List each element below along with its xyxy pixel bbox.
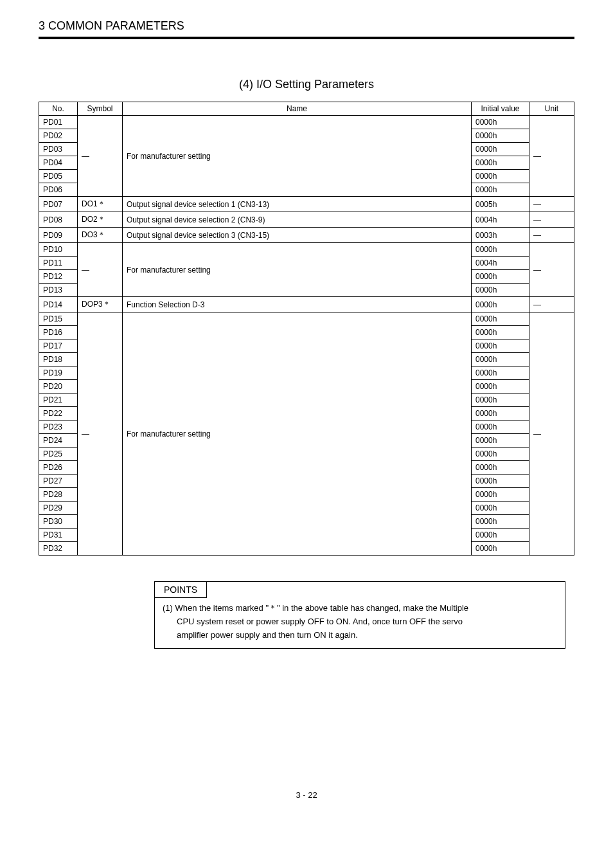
cell-init: 0000h [472, 339, 529, 353]
table-row: PD10—For manufacturer setting0000h— [39, 243, 574, 257]
cell-no: PD32 [39, 542, 78, 556]
cell-init: 0000h [472, 407, 529, 420]
cell-symbol: DO1＊ [78, 197, 123, 212]
cell-init: 0000h [472, 515, 529, 529]
cell-init: 0000h [472, 284, 529, 297]
table-row: PD09DO3＊Output signal device selection 3… [39, 228, 574, 243]
cell-init: 0000h [472, 448, 529, 461]
cell-init: 0000h [472, 542, 529, 556]
th-symbol: Symbol [78, 102, 123, 116]
th-init: Initial value [472, 102, 529, 116]
cell-unit: — [529, 312, 574, 556]
cell-init: 0000h [472, 393, 529, 407]
cell-no: PD02 [39, 129, 78, 143]
cell-init: 0000h [472, 297, 529, 312]
cell-no: PD04 [39, 156, 78, 170]
cell-init: 0000h [472, 502, 529, 515]
cell-name: For manufacturer setting [123, 243, 472, 297]
points-box: POINTS (1) When the items marked "＊" in … [154, 581, 565, 649]
cell-no: PD29 [39, 502, 78, 515]
cell-no: PD20 [39, 380, 78, 393]
cell-init: 0000h [472, 312, 529, 326]
th-no: No. [39, 102, 78, 116]
cell-no: PD31 [39, 529, 78, 542]
cell-init: 0004h [472, 257, 529, 270]
cell-no: PD06 [39, 183, 78, 197]
points-line-2: CPU system reset or power supply OFF to … [163, 615, 557, 629]
cell-unit: — [529, 243, 574, 297]
table-row: PD01—For manufacturer setting0000h— [39, 116, 574, 129]
cell-init: 0000h [472, 326, 529, 339]
cell-no: PD26 [39, 461, 78, 475]
cell-no: PD18 [39, 353, 78, 366]
cell-name: Output signal device selection 1 (CN3-13… [123, 197, 472, 212]
cell-no: PD05 [39, 170, 78, 183]
cell-init: 0000h [472, 475, 529, 488]
th-unit: Unit [529, 102, 574, 116]
cell-init: 0000h [472, 353, 529, 366]
cell-symbol: DO2＊ [78, 212, 123, 228]
cell-no: PD21 [39, 393, 78, 407]
cell-init: 0000h [472, 129, 529, 143]
cell-init: 0005h [472, 197, 529, 212]
cell-no: PD01 [39, 116, 78, 129]
io-params-table: No. Symbol Name Initial value Unit PD01—… [39, 102, 574, 556]
cell-init: 0000h [472, 380, 529, 393]
cell-unit: — [529, 116, 574, 197]
cell-no: PD07 [39, 197, 78, 212]
cell-no: PD22 [39, 407, 78, 420]
cell-init: 0000h [472, 270, 529, 284]
cell-symbol: — [78, 312, 123, 556]
cell-no: PD14 [39, 297, 78, 312]
cell-init: 0000h [472, 183, 529, 197]
cell-init: 0003h [472, 228, 529, 243]
table-row: PD14DOP3＊Function Selection D-30000h— [39, 297, 574, 312]
cell-init: 0000h [472, 116, 529, 129]
cell-init: 0004h [472, 212, 529, 228]
cell-symbol: — [78, 116, 123, 197]
cell-no: PD23 [39, 420, 78, 434]
cell-no: PD16 [39, 326, 78, 339]
sub-title: (4) I/O Setting Parameters [39, 78, 574, 91]
points-line-3: amplifier power supply and then turn ON … [163, 629, 557, 642]
cell-symbol: DOP3＊ [78, 297, 123, 312]
cell-no: PD08 [39, 212, 78, 228]
cell-name: Output signal device selection 2 (CN3-9) [123, 212, 472, 228]
cell-symbol: DO3＊ [78, 228, 123, 243]
cell-init: 0000h [472, 461, 529, 475]
table-row: PD15—For manufacturer setting0000h— [39, 312, 574, 326]
cell-name: Output signal device selection 3 (CN3-15… [123, 228, 472, 243]
points-label: POINTS [155, 582, 207, 598]
cell-unit: — [529, 297, 574, 312]
cell-name: For manufacturer setting [123, 312, 472, 556]
cell-name: For manufacturer setting [123, 116, 472, 197]
cell-init: 0000h [472, 366, 529, 380]
cell-no: PD11 [39, 257, 78, 270]
cell-no: PD09 [39, 228, 78, 243]
cell-init: 0000h [472, 243, 529, 257]
cell-unit: — [529, 212, 574, 228]
cell-no: PD25 [39, 448, 78, 461]
section-header: 3 COMMON PARAMETERS [39, 19, 574, 39]
cell-no: PD30 [39, 515, 78, 529]
cell-no: PD15 [39, 312, 78, 326]
cell-init: 0000h [472, 434, 529, 448]
cell-no: PD10 [39, 243, 78, 257]
cell-init: 0000h [472, 170, 529, 183]
table-row: PD07DO1＊Output signal device selection 1… [39, 197, 574, 212]
cell-name: Function Selection D-3 [123, 297, 472, 312]
cell-unit: — [529, 228, 574, 243]
cell-init: 0000h [472, 156, 529, 170]
cell-no: PD28 [39, 488, 78, 502]
cell-no: PD12 [39, 270, 78, 284]
cell-symbol: — [78, 243, 123, 297]
cell-no: PD03 [39, 143, 78, 156]
th-name: Name [123, 102, 472, 116]
table-row: PD08DO2＊Output signal device selection 2… [39, 212, 574, 228]
cell-init: 0000h [472, 143, 529, 156]
page-number: 3 - 22 [39, 790, 574, 800]
cell-no: PD17 [39, 339, 78, 353]
points-line-1: (1) When the items marked "＊" in the abo… [163, 602, 557, 615]
cell-unit: — [529, 197, 574, 212]
cell-no: PD13 [39, 284, 78, 297]
